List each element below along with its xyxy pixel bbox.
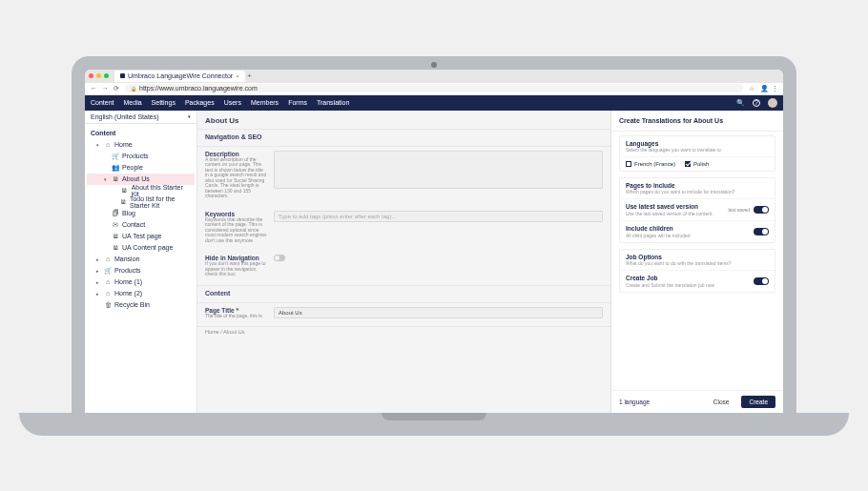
- caret-icon[interactable]: ▸: [96, 291, 101, 297]
- tree-item-mansion[interactable]: ▸⌂Mansion: [87, 254, 195, 265]
- menu-item-users[interactable]: Users: [224, 99, 241, 106]
- tree-item-contact[interactable]: ✉Contact: [87, 219, 195, 231]
- tree-item-todo-list-for-the-starter-kit[interactable]: 🗎Todo list for the Starter Kit: [87, 196, 195, 208]
- node-label: Home: [114, 141, 133, 148]
- panel-title: Create Translations for About Us: [611, 111, 783, 132]
- help-icon[interactable]: ?: [753, 99, 760, 107]
- menu-item-content[interactable]: Content: [91, 99, 114, 106]
- tab-title: Umbraco LanguageWire Connector: [128, 72, 233, 79]
- node-icon: 🛒: [112, 153, 119, 160]
- reload-icon[interactable]: ⟳: [114, 85, 119, 92]
- card-pages: Pages to include Which pages do you want…: [619, 177, 775, 243]
- favicon-icon: [120, 73, 125, 78]
- profile-icon[interactable]: 👤: [760, 85, 766, 92]
- node-icon: ✉: [112, 221, 119, 229]
- caret-icon[interactable]: ▾: [104, 176, 109, 182]
- card-languages: Languages Select the languages you want …: [619, 135, 775, 172]
- node-label: Contact: [122, 221, 145, 228]
- menu-item-settings[interactable]: Settings: [152, 99, 176, 106]
- caret-icon[interactable]: ▸: [96, 268, 101, 274]
- lang-polish[interactable]: Polish: [685, 161, 709, 167]
- toggle-create-job[interactable]: [754, 277, 769, 285]
- tab-close-icon[interactable]: ×: [236, 73, 239, 79]
- main-editor: About Us Navigation & SEO Description A …: [197, 111, 611, 413]
- node-label: Products: [114, 267, 141, 274]
- tree-item-home[interactable]: ▾⌂Home: [87, 139, 195, 151]
- node-icon: 🗎: [112, 233, 119, 239]
- node-label: Recycle Bin: [114, 301, 150, 308]
- caret-icon[interactable]: ▸: [96, 279, 101, 285]
- node-icon: 🗎: [121, 187, 129, 194]
- address-bar: ← → ⟳ 🔒 https://www.umbraco.languagewire…: [85, 83, 783, 95]
- window-max-icon[interactable]: [104, 73, 109, 78]
- sidebar: English (United States) ▾ Content ▾⌂Home…: [85, 111, 197, 413]
- node-icon: 🗎: [120, 198, 127, 205]
- menu-item-members[interactable]: Members: [251, 99, 279, 106]
- tree-item-home-2-[interactable]: ▸⌂Home (2): [87, 288, 195, 299]
- node-icon: ⌂: [104, 290, 112, 297]
- create-button[interactable]: Create: [741, 396, 775, 408]
- node-icon: 🗐: [112, 210, 119, 216]
- avatar[interactable]: [768, 98, 777, 108]
- close-button[interactable]: Close: [706, 396, 737, 408]
- node-label: UA Content page: [122, 244, 173, 251]
- lock-icon: 🔒: [131, 86, 136, 92]
- node-label: Home (2): [114, 290, 142, 297]
- new-tab-button[interactable]: +: [245, 72, 255, 80]
- node-label: Todo list for the Starter Kit: [130, 195, 191, 209]
- window-close-icon[interactable]: [89, 73, 93, 78]
- menu-item-translation[interactable]: Translation: [317, 99, 349, 106]
- tag-last-saved: last saved: [728, 207, 750, 213]
- browser-tab[interactable]: Umbraco LanguageWire Connector ×: [114, 71, 245, 82]
- language-select[interactable]: English (United States) ▾: [85, 111, 196, 124]
- caret-icon[interactable]: ▾: [96, 142, 101, 148]
- app-menu: Content Media Settings Packages Users Me…: [85, 95, 783, 111]
- node-label: About Us: [122, 175, 150, 182]
- menu-item-media[interactable]: Media: [124, 99, 142, 106]
- content-tree: ▾⌂Home🛒Products👥People▾🗎About Us🗎About t…: [85, 139, 196, 311]
- tree-item-ua-test-page[interactable]: 🗎UA Test page: [87, 231, 195, 242]
- dimming-overlay: [197, 111, 610, 413]
- tree-item-home-1-[interactable]: ▸⌂Home (1): [87, 276, 195, 288]
- node-icon: ⌂: [104, 278, 112, 285]
- row-latest-version: Use latest saved version Use the last sa…: [620, 198, 775, 220]
- tree-item-ua-content-page[interactable]: 🗎UA Content page: [87, 242, 195, 254]
- browser-tab-bar: Umbraco LanguageWire Connector × +: [85, 70, 783, 83]
- menu-item-forms[interactable]: Forms: [288, 99, 307, 106]
- tree-item-people[interactable]: 👥People: [87, 162, 195, 174]
- browser-menu-icon[interactable]: ⋮: [772, 85, 777, 92]
- node-icon: 🗎: [112, 175, 119, 182]
- back-icon[interactable]: ←: [91, 85, 96, 92]
- node-icon: 🛒: [104, 267, 112, 275]
- tree-item-products[interactable]: 🛒Products: [87, 151, 195, 162]
- tree-item-blog[interactable]: 🗐Blog: [87, 208, 195, 219]
- window-min-icon[interactable]: [96, 73, 101, 78]
- node-icon: 🗑: [104, 301, 112, 308]
- node-icon: ⌂: [104, 141, 112, 148]
- url-field[interactable]: 🔒 https://www.umbraco.languagewire.com: [125, 84, 743, 92]
- node-label: Mansion: [114, 256, 139, 262]
- url-text: https://www.umbraco.languagewire.com: [139, 85, 258, 92]
- search-icon[interactable]: 🔍: [736, 99, 745, 107]
- footer-summary: 1 language: [619, 399, 650, 405]
- toggle-children[interactable]: [754, 228, 769, 235]
- node-label: UA Test page: [122, 233, 162, 239]
- star-icon[interactable]: ☆: [749, 85, 754, 92]
- translation-panel: Create Translations for About Us Languag…: [611, 111, 783, 413]
- node-label: Products: [122, 153, 149, 159]
- node-icon: 👥: [112, 164, 119, 172]
- toggle-latest[interactable]: [754, 206, 769, 214]
- menu-item-packages[interactable]: Packages: [185, 99, 215, 106]
- node-icon: ⌂: [104, 256, 112, 262]
- forward-icon[interactable]: →: [102, 85, 108, 92]
- row-create-job: Create Job Create and Submit the transla…: [620, 270, 775, 292]
- row-include-children: Include children All child pages will be…: [620, 220, 775, 242]
- language-label: English (United States): [91, 113, 159, 120]
- chevron-down-icon: ▾: [188, 113, 191, 119]
- node-label: Home (1): [114, 278, 142, 285]
- lang-french[interactable]: French (France): [626, 161, 675, 167]
- tree-item-recycle-bin[interactable]: 🗑Recycle Bin: [87, 299, 195, 311]
- tree-item-products[interactable]: ▸🛒Products: [87, 265, 195, 276]
- node-label: Blog: [122, 210, 135, 216]
- caret-icon[interactable]: ▸: [96, 256, 101, 262]
